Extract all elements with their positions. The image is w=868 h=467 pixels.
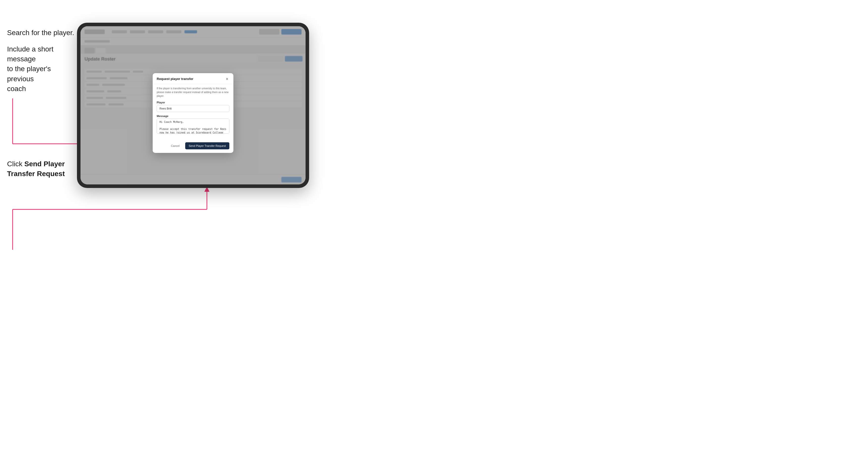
cancel-button[interactable]: Cancel xyxy=(167,142,183,149)
modal-body: If the player is transferring from anoth… xyxy=(153,84,234,140)
modal-title: Request player transfer xyxy=(157,77,193,81)
annotation-click-text: Click Send Player Transfer Request xyxy=(7,159,78,179)
modal-header: Request player transfer ✕ xyxy=(153,73,234,84)
send-transfer-request-button[interactable]: Send Player Transfer Request xyxy=(185,142,229,149)
annotation-message-text: Include a short message to the player's … xyxy=(7,44,75,94)
modal-overlay: Request player transfer ✕ If the player … xyxy=(81,26,306,184)
player-label: Player xyxy=(157,101,229,104)
modal-description: If the player is transferring from anoth… xyxy=(157,87,229,98)
modal-footer: Cancel Send Player Transfer Request xyxy=(153,140,234,153)
annotation-search-text: Search for the player. xyxy=(7,28,74,38)
message-form-group: Message Hi Coach McHarg, Please accept t… xyxy=(157,115,229,135)
tablet-device: Update Roster xyxy=(77,23,309,188)
modal-dialog: Request player transfer ✕ If the player … xyxy=(153,73,234,153)
message-label: Message xyxy=(157,115,229,118)
player-form-group: Player xyxy=(157,101,229,112)
close-icon[interactable]: ✕ xyxy=(225,77,229,81)
player-input[interactable] xyxy=(157,105,229,112)
tablet-screen: Update Roster xyxy=(81,26,306,184)
message-textarea[interactable]: Hi Coach McHarg, Please accept this tran… xyxy=(157,119,229,134)
